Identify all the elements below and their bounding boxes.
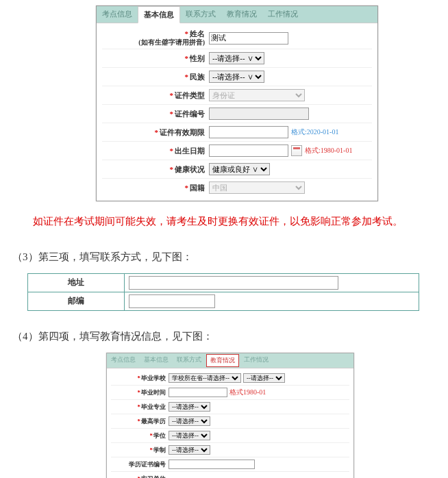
- required-star-icon: *: [138, 475, 141, 478]
- certno-input[interactable]: [169, 460, 255, 469]
- tab-basic-info[interactable]: 基本信息: [140, 353, 173, 368]
- health-select[interactable]: 健康或良好 ∨: [209, 163, 270, 175]
- tab-contact[interactable]: 联系方式: [173, 353, 206, 368]
- major-select[interactable]: --请选择--: [169, 402, 210, 412]
- schooling-label: *学制: [111, 446, 169, 455]
- required-star-icon: *: [138, 418, 141, 425]
- idexp-hint: 格式:2020-01-01: [291, 127, 338, 137]
- required-star-icon: *: [138, 389, 141, 396]
- contact-form: 地址 邮编: [27, 273, 419, 311]
- school-label: *毕业学校: [111, 374, 169, 383]
- required-star-icon: *: [185, 184, 189, 192]
- idtype-label: *证件类型: [102, 91, 209, 100]
- tab-work[interactable]: 工作情况: [240, 353, 273, 368]
- step3-heading: （3）第三项，填写联系方式，见下图：: [12, 248, 436, 266]
- degree-label: *学位: [111, 431, 169, 440]
- school-select[interactable]: --请选择--: [243, 373, 285, 383]
- tab-contact[interactable]: 联系方式: [180, 6, 221, 23]
- tab-exam-site[interactable]: 考点信息: [107, 353, 140, 368]
- nation-label: *国籍: [102, 184, 209, 192]
- gradtime-hint: 格式1980-01: [229, 388, 266, 397]
- name-label: *姓名 (如有生僻字请用拼音): [102, 29, 209, 47]
- gender-select[interactable]: --请选择-- ∨: [209, 52, 264, 64]
- required-star-icon: *: [150, 446, 153, 453]
- gradtime-input[interactable]: [169, 388, 227, 397]
- idexp-input[interactable]: [209, 126, 288, 138]
- idnum-label: *证件编号: [102, 110, 209, 118]
- major-label: *毕业专业: [111, 403, 169, 412]
- required-star-icon: *: [170, 110, 174, 118]
- education-form: 考点信息 基本信息 联系方式 教育情况 工作情况 *毕业学校 学校所在省--请选…: [106, 353, 354, 478]
- tab-exam-site[interactable]: 考点信息: [97, 6, 138, 23]
- address-input[interactable]: [129, 276, 338, 290]
- ethnic-select[interactable]: --请选择-- ∨: [209, 71, 264, 83]
- basic-info-form: 考点信息 基本信息 联系方式 教育情况 工作情况 *姓名 (如有生僻字请用拼音)…: [96, 5, 378, 201]
- required-star-icon: *: [170, 165, 174, 173]
- address-label: 地址: [28, 274, 125, 292]
- idexp-label: *证件有效期限: [102, 128, 209, 137]
- name-input[interactable]: [209, 32, 288, 45]
- birth-label: *出生日期: [102, 147, 209, 155]
- school-province-select[interactable]: 学校所在省--请选择--: [169, 373, 241, 383]
- zip-label: 邮编: [28, 292, 125, 310]
- required-star-icon: *: [150, 432, 153, 439]
- edu-label: *最高学历: [111, 417, 169, 426]
- tabs-bar: 考点信息 基本信息 联系方式 教育情况 工作情况: [97, 6, 377, 23]
- health-label: *健康状况: [102, 165, 209, 174]
- certno-label: 学历证书编号: [111, 460, 169, 469]
- required-star-icon: *: [138, 375, 141, 381]
- tab-education[interactable]: 教育情况: [206, 354, 239, 367]
- education-fields: *毕业学校 学校所在省--请选择-- --请选择-- *毕业时间 格式1980-…: [107, 368, 353, 478]
- schooling-select[interactable]: --请选择--: [169, 445, 210, 455]
- degree-select[interactable]: --请选择--: [169, 431, 210, 440]
- edu-select[interactable]: --请选择--: [169, 416, 210, 426]
- basic-info-fields: *姓名 (如有生僻字请用拼音) *性别 --请选择-- ∨ *民族 --请选择-…: [97, 23, 377, 201]
- tabs-bar-edu: 考点信息 基本信息 联系方式 教育情况 工作情况: [107, 353, 353, 368]
- tab-education[interactable]: 教育情况: [221, 6, 262, 23]
- birth-input[interactable]: [209, 144, 288, 157]
- birth-hint: 格式:1980-01-01: [305, 146, 352, 155]
- required-star-icon: *: [170, 91, 174, 99]
- calendar-icon[interactable]: [291, 145, 302, 156]
- ethnic-label: *民族: [102, 73, 209, 81]
- required-star-icon: *: [155, 128, 159, 136]
- idtype-select[interactable]: 身份证: [209, 89, 305, 101]
- nation-select[interactable]: 中国: [209, 181, 305, 194]
- step4-heading: （4）第四项，填写教育情况信息，见下图：: [12, 327, 436, 346]
- required-star-icon: *: [170, 147, 174, 155]
- required-star-icon: *: [185, 73, 189, 81]
- idnum-input[interactable]: [209, 108, 309, 120]
- tab-basic-info[interactable]: 基本信息: [138, 6, 180, 23]
- id-expiry-warning: 如证件在考试期间可能失效，请考生及时更换有效证件，以免影响正常参加考试。: [12, 211, 436, 231]
- zip-input[interactable]: [129, 294, 215, 308]
- tab-work[interactable]: 工作情况: [262, 6, 303, 23]
- required-star-icon: *: [185, 29, 189, 38]
- intern-label: *实习单位: [111, 475, 169, 478]
- gradtime-label: *毕业时间: [111, 388, 169, 397]
- required-star-icon: *: [138, 403, 141, 410]
- required-star-icon: *: [185, 54, 189, 62]
- gender-label: *性别: [102, 54, 209, 63]
